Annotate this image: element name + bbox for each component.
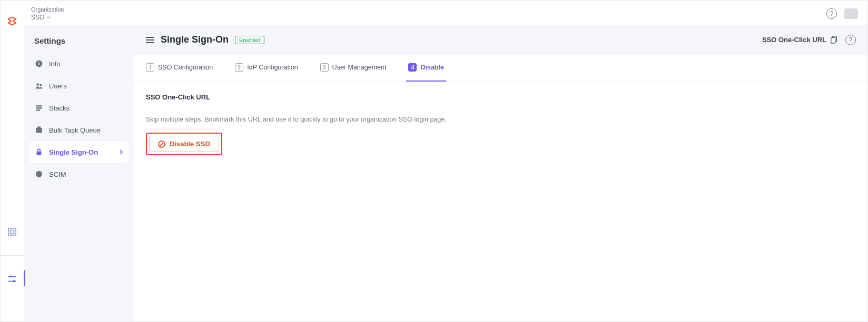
breadcrumb-current[interactable]: SSO: [31, 14, 64, 21]
disable-sso-label: Disable SSO: [170, 140, 210, 148]
step-label: Disable: [420, 64, 443, 71]
breadcrumb: Organization SSO: [31, 6, 64, 21]
svg-rect-19: [831, 37, 835, 43]
disable-button-highlight: Disable SSO: [146, 133, 222, 155]
prohibit-icon: [158, 140, 165, 148]
avatar[interactable]: [844, 8, 858, 19]
lock-icon: [34, 147, 44, 157]
svg-point-12: [40, 84, 42, 86]
one-click-url-label: SSO One-Click URL: [762, 36, 826, 44]
stacks-icon: [34, 103, 44, 113]
sidebar-item-info[interactable]: Info: [29, 53, 129, 75]
rail-divider: [1, 255, 24, 256]
sidebar-item-label: Info: [49, 60, 61, 68]
sidebar-item-label: Single Sign-On: [49, 148, 98, 156]
menu-toggle-icon[interactable]: [146, 37, 154, 43]
copy-icon: [831, 36, 838, 44]
step-number: 1: [146, 63, 154, 72]
sidebar-item-label: Stacks: [49, 104, 70, 112]
chevron-down-icon: [46, 15, 51, 19]
svg-rect-3: [13, 233, 15, 236]
svg-rect-16: [37, 127, 41, 128]
shield-icon: [34, 169, 44, 179]
info-icon: [34, 59, 44, 68]
sidebar-item-label: Bulk Task Queue: [49, 126, 101, 134]
sidebar-item-label: Users: [49, 82, 67, 90]
disable-sso-button[interactable]: Disable SSO: [149, 136, 219, 152]
tab-idp-configuration[interactable]: 2 IdP Configuration: [235, 63, 298, 76]
step-label: IdP Configuration: [247, 64, 298, 71]
svg-rect-15: [36, 109, 40, 110]
apps-grid-icon[interactable]: [7, 227, 17, 237]
tab-user-management[interactable]: 3 User Management: [320, 63, 387, 76]
step-label: SSO Configuration: [158, 64, 213, 71]
svg-rect-10: [38, 62, 40, 63]
settings-sidebar: Settings Info Users Stacks Bulk Task Que…: [24, 25, 134, 321]
step-tabs: 1 SSO Configuration 2 IdP Configuration …: [134, 55, 867, 82]
sidebar-item-stacks[interactable]: Stacks: [29, 97, 129, 119]
sidebar-item-scim[interactable]: SCIM: [29, 163, 129, 185]
svg-point-11: [36, 83, 39, 86]
sidebar-item-bulk-task-queue[interactable]: Bulk Task Queue: [29, 119, 129, 141]
app-logo-icon[interactable]: [6, 15, 18, 27]
svg-point-7: [13, 280, 15, 283]
disable-pane: SSO One-Click URL Skip multiple steps. B…: [134, 82, 867, 167]
svg-rect-2: [8, 233, 11, 236]
svg-rect-14: [36, 107, 42, 108]
step-number: 4: [408, 63, 417, 72]
queue-icon: [34, 125, 44, 135]
breadcrumb-org-label: Organization: [31, 6, 64, 13]
content-header: Single Sign-On Enabled SSO One-Click URL…: [134, 25, 867, 55]
help-icon[interactable]: ?: [826, 8, 837, 19]
svg-rect-0: [8, 228, 11, 231]
section-title: SSO One-Click URL: [146, 93, 856, 101]
section-description: Skip multiple steps. Bookmark this URL a…: [146, 116, 856, 123]
help-icon[interactable]: ?: [845, 35, 856, 45]
sidebar-item-sso[interactable]: Single Sign-On: [29, 141, 129, 163]
svg-rect-9: [38, 63, 40, 65]
tab-disable[interactable]: 4 Disable: [408, 63, 443, 76]
settings-sliders-icon[interactable]: [7, 274, 17, 284]
status-badge: Enabled: [235, 36, 264, 44]
tab-sso-configuration[interactable]: 1 SSO Configuration: [146, 63, 213, 76]
chevron-right-icon: [119, 148, 124, 156]
sidebar-title: Settings: [29, 36, 129, 53]
users-icon: [34, 81, 44, 90]
topbar: Organization SSO ?: [24, 1, 867, 25]
one-click-url-button[interactable]: SSO One-Click URL: [762, 36, 838, 44]
sidebar-item-label: SCIM: [49, 170, 66, 178]
left-rail: [1, 1, 24, 321]
svg-point-5: [9, 276, 11, 278]
svg-rect-17: [37, 152, 41, 155]
step-label: User Management: [332, 64, 387, 71]
sidebar-item-users[interactable]: Users: [29, 75, 129, 97]
step-number: 3: [320, 63, 329, 72]
step-number: 2: [235, 63, 243, 72]
page-title: Single Sign-On: [161, 34, 229, 45]
breadcrumb-current-label: SSO: [31, 14, 44, 21]
svg-rect-13: [36, 105, 42, 106]
svg-rect-1: [13, 228, 15, 231]
content-area: Single Sign-On Enabled SSO One-Click URL…: [134, 25, 867, 321]
